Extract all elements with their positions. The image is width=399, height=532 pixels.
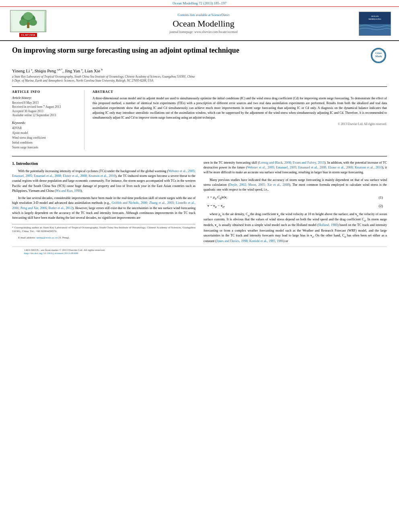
footnote-corresponding: * Corresponding author at: State Key Lab… — [12, 226, 195, 234]
authors-line: Yineng Li a, Shiqiu Peng a,b,*, Jing Yan… — [12, 68, 387, 73]
article-info-abstract-section: ARTICLE INFO Article history: Received 8… — [12, 86, 387, 150]
abstract-heading: ABSTRACT — [93, 90, 387, 94]
footnote-area: * Corresponding author at: State Key Lab… — [12, 224, 195, 240]
keyword-4: Initial conditions — [12, 140, 80, 145]
publisher-logo-area: ELSEVIER — [4, 10, 52, 37]
body-section: 1. Introduction With the potentially inc… — [12, 160, 387, 246]
sciencedirect-link: Contents lists available at ScienceDirec… — [56, 13, 351, 17]
journal-cover-area: OCEAN MODELLING — [355, 12, 395, 36]
journal-title-area: Contents lists available at ScienceDirec… — [52, 13, 355, 34]
journal-header: ELSEVIER Contents lists available at Sci… — [0, 7, 399, 41]
crossmark-badge: Cross Mark — [371, 48, 387, 64]
doi-link[interactable]: http://dx.doi.org/10.1016/j.ocemod.2013.… — [24, 252, 78, 255]
article-title: On improving storm surge forecasting usi… — [12, 46, 239, 55]
affiliations: a State Key Laboratory of Tropical Ocean… — [12, 75, 387, 82]
svg-rect-4 — [27, 23, 29, 28]
svg-text:MODELLING: MODELLING — [368, 18, 381, 20]
copyright-line: © 2013 Elsevier Ltd. All rights reserved… — [93, 122, 387, 126]
cite-holland1980[interactable]: Holland, 1980 — [319, 223, 337, 227]
crossmark-icon: Cross Mark — [371, 48, 386, 63]
main-content: On improving storm surge forecasting usi… — [0, 41, 399, 261]
svg-text:OCEAN: OCEAN — [371, 15, 378, 17]
cite-griffith2000[interactable]: Griffith and Nichols, 2000; Zhang et al.… — [12, 201, 195, 210]
elsevier-badge: ELSEVIER — [19, 33, 37, 37]
eq2-text: v = va − vo, — [208, 203, 225, 209]
keyword-5: Storm surge forecasts — [12, 145, 80, 150]
cite-lowag2008[interactable]: Lowag and Black, 2008; Evans and Falvey,… — [259, 161, 324, 164]
svg-point-3 — [29, 19, 37, 26]
received-revised-date: Received in revised form 7 August 2013 — [12, 105, 80, 109]
eq1-number: (1) — [379, 195, 383, 201]
cite-jones1998[interactable]: Jones and Davies, 1998; Konishi et al., … — [216, 239, 283, 243]
article-title-section: On improving storm surge forecasting usi… — [12, 46, 387, 64]
keyword-1: 4DVAR — [12, 126, 80, 131]
body-left-column: 1. Introduction With the potentially inc… — [12, 160, 195, 246]
body-para1: With the potentially increasing intensit… — [12, 169, 195, 193]
svg-text:Mark: Mark — [375, 55, 382, 58]
cite-webster2005[interactable]: Webster et al., 2005; Emanuel, 2005; Ema… — [12, 169, 195, 178]
keywords-label: Keywords: — [12, 121, 80, 125]
abstract-column: ABSTRACT A three-dimensional ocean model… — [93, 90, 387, 150]
journal-citation: Ocean Modelling 72 (2013) 185–197 — [173, 1, 226, 5]
section-divider — [12, 156, 387, 156]
elsevier-logo-image — [10, 10, 46, 32]
affiliation-b: b Dept. of Marine, Earth and Atmospheric… — [12, 79, 387, 82]
abstract-text: A three-dimensional ocean model and its … — [93, 96, 387, 120]
journal-cover-image: OCEAN MODELLING — [359, 12, 391, 36]
svg-point-5 — [23, 12, 33, 20]
body-right-para2: Many previous studies have indicated tha… — [204, 178, 387, 193]
footer-doi: http://dx.doi.org/10.1016/j.ocemod.2013.… — [24, 252, 375, 255]
keyword-3: Wind stress drag coefficient — [12, 136, 80, 140]
page-footer: 1463-5003/$ - see front matter © 2013 El… — [12, 246, 387, 257]
elsevier-logo: ELSEVIER — [4, 10, 52, 37]
article-info-heading: ARTICLE INFO — [12, 90, 80, 94]
body-right-para1: seen in the TC intensity forecasting ski… — [204, 160, 387, 175]
available-date: Available online 12 September 2013 — [12, 113, 80, 118]
abstract-body: A three-dimensional ocean model and its … — [93, 97, 387, 119]
email-link[interactable]: speng@scsio.ac.cn — [37, 236, 58, 239]
eq2-number: (2) — [379, 203, 383, 209]
cite-doyle2002[interactable]: Doyle, 2002; Moon, 2005; Xie et al., 200… — [229, 183, 289, 187]
cite-webster2005b[interactable]: Webster et al., 2005; Emanuel, 2005; Ema… — [247, 166, 382, 169]
body-right-column: seen in the TC intensity forecasting ski… — [204, 160, 387, 246]
footer-issn: 1463-5003/$ - see front matter © 2013 El… — [24, 249, 375, 252]
journal-homepage: journal homepage: www.elsevier.com/locat… — [56, 30, 351, 34]
author-shiqiu: Shiqiu Peng a,b,*, — [35, 68, 65, 73]
received-date: Received 8 May 2013 — [12, 101, 80, 105]
equation-2: v = va − vo, (2) — [204, 203, 387, 209]
keyword-2: Ajoint model — [12, 131, 80, 136]
svg-text:Cross: Cross — [375, 51, 382, 54]
journal-title: Ocean Modelling — [56, 18, 351, 29]
author-lian: Lian Xie b — [84, 68, 103, 73]
svg-point-2 — [19, 19, 27, 26]
journal-top-bar: Ocean Modelling 72 (2013) 185–197 — [0, 0, 399, 7]
article-info-column: ARTICLE INFO Article history: Received 8… — [12, 90, 84, 150]
affiliation-a: a State Key Laboratory of Tropical Ocean… — [12, 75, 387, 78]
sciencedirect-name[interactable]: ScienceDirect — [212, 13, 230, 17]
eq1-text: τ = ρa Cd|v|v, — [208, 195, 227, 201]
body-right-para3: where ρa is the air density, Cd the drag… — [204, 212, 387, 244]
author-jing: Jing Yan a, — [65, 68, 84, 73]
equation-1: τ = ρa Cd|v|v, (1) — [204, 195, 387, 201]
section1-title: 1. Introduction — [12, 160, 195, 166]
cite-wu1999[interactable]: Wu and Kuo, 1999 — [56, 189, 81, 193]
keywords-list: 4DVAR Ajoint model Wind stress drag coef… — [12, 126, 80, 150]
accepted-date: Accepted 30 August 2013 — [12, 109, 80, 114]
body-para2: In the last several decades, considerabl… — [12, 196, 195, 220]
author-yineng: Yineng Li a, — [12, 68, 35, 73]
keywords-section: Keywords: 4DVAR Ajoint model Wind stress… — [12, 121, 80, 150]
history-label: Article history: — [12, 96, 80, 100]
article-history: Article history: Received 8 May 2013 Rec… — [12, 96, 80, 118]
footnote-email: E-mail address: speng@scsio.ac.cn (S. Pe… — [12, 236, 195, 240]
